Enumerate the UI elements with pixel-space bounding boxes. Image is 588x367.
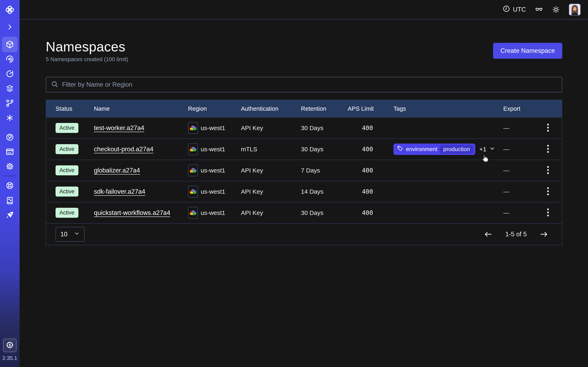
sidebar-item-deployments[interactable] [0,81,20,96]
gcp-cloud-icon [188,207,198,219]
status-badge: Active [56,208,78,218]
retention-value: 14 Days [301,188,348,195]
sidebar-item-docs[interactable] [0,193,20,208]
page-size-select[interactable]: 10 [56,227,85,242]
table-header: Status Name Region Authentication Retent… [46,100,562,118]
tag-value: production [440,145,473,154]
status-badge: Active [56,123,78,133]
status-badge: Active [56,165,78,175]
row-menu-button[interactable] [545,164,552,177]
aps-limit-value: 400 [348,188,373,195]
sidebar-item-schedules[interactable] [0,67,20,81]
sidebar-expand-button[interactable] [0,20,20,34]
auth-method: API Key [241,125,301,132]
tags-expand-button[interactable]: +1 [479,145,495,153]
sidebar-item-namespaces[interactable] [0,37,20,52]
sidebar-item-batch-operations[interactable] [0,96,20,110]
export-value: — [503,209,509,216]
col-status: Status [56,105,94,112]
branch-icon [6,99,14,108]
table-footer: 10 1-5 of 5 [46,224,562,245]
chevron-down-icon [489,145,495,153]
clock-icon [503,5,510,14]
chevron-right-icon [6,24,13,30]
sidebar-divider [3,176,16,176]
kebab-icon [546,208,549,217]
namespace-link[interactable]: checkout-prod.a27a4 [94,146,153,153]
sidebar-item-getting-started[interactable] [0,208,20,222]
gcp-cloud-icon [188,186,198,198]
gcp-cloud-icon [188,143,198,155]
asterisk-icon [6,114,14,122]
sidebar-item-workflows[interactable] [0,52,20,67]
table-row: Active globalizer.a27a4 us-west1 API Key… [46,160,562,181]
status-badge: Active [56,144,78,154]
dollar-badge-icon: $ [6,341,14,350]
namespace-link[interactable]: test-worker.a27a4 [94,124,144,132]
namespaces-table: Status Name Region Authentication Retent… [46,100,562,245]
tags-more-count: +1 [479,146,486,153]
auth-method: API Key [241,209,301,216]
aps-limit-value: 400 [348,146,373,153]
row-menu-button[interactable] [545,142,552,156]
tag-key: environment [406,146,437,152]
timezone-selector[interactable]: UTC [503,5,526,14]
cube-icon [5,40,14,49]
namespace-link[interactable]: sdk-failover.a27a4 [94,188,145,195]
temporal-logo[interactable] [0,0,20,20]
avatar[interactable] [569,4,581,16]
col-tags: Tags [393,105,503,112]
export-value: — [503,188,509,195]
col-aps-limit: APS Limit [348,105,393,112]
col-region: Region [188,105,241,112]
tag-pill[interactable]: environment production [393,143,475,155]
namespace-link[interactable]: quickstart-workflows.a27a4 [94,209,170,216]
region-label: us-west1 [201,167,225,174]
spiral-eye-icon [6,55,14,63]
svg-text:$: $ [9,343,11,347]
sidebar-item-settings[interactable] [0,159,20,174]
search-icon [51,81,58,89]
sidebar: $ 2.35.1 [0,0,20,367]
kebab-icon [546,144,549,154]
gauge-icon [6,133,14,141]
sidebar-item-support[interactable] [0,178,20,193]
status-badge: Active [56,187,78,197]
chevron-down-icon [74,231,80,238]
table-row: Active test-worker.a27a4 us-west1 API Ke… [46,118,562,139]
main-content: Namespaces 5 Namespaces created (100 lim… [20,0,588,245]
page-range-label: 1-5 of 5 [505,231,527,238]
gcp-cloud-icon [188,122,198,134]
glasses-icon[interactable] [535,6,543,14]
retention-value: 30 Days [301,209,348,216]
kebab-icon [546,166,549,175]
sidebar-item-billing[interactable] [0,144,20,159]
page-subtitle: 5 Namespaces created (100 limit) [46,56,128,63]
create-namespace-button[interactable]: Create Namespace [493,43,562,59]
filter-bar[interactable] [46,77,562,92]
aps-limit-value: 400 [348,209,373,216]
row-menu-button[interactable] [545,185,552,198]
rocket-icon [6,211,14,219]
sidebar-item-usage[interactable] [0,130,20,144]
billing-card-icon [6,147,14,156]
app-version: 2.35.1 [2,355,17,361]
kebab-icon [546,123,549,133]
filter-input[interactable] [62,81,557,88]
credits-button[interactable]: $ [3,339,17,352]
book-sparkle-icon [6,196,14,205]
sidebar-item-nexus[interactable] [0,110,20,125]
row-menu-button[interactable] [545,206,552,220]
row-menu-button[interactable] [545,121,552,135]
next-page-button[interactable] [538,229,550,239]
export-value: — [503,125,509,131]
gcp-cloud-icon [188,165,198,176]
export-value: — [503,167,509,174]
namespace-link[interactable]: globalizer.a27a4 [94,167,140,174]
sun-icon[interactable] [552,6,560,13]
table-row: Active sdk-failover.a27a4 us-west1 API K… [46,181,562,202]
auth-method: API Key [241,188,301,195]
retention-value: 7 Days [301,167,348,174]
previous-page-button[interactable] [483,229,494,239]
region-label: us-west1 [201,146,225,153]
